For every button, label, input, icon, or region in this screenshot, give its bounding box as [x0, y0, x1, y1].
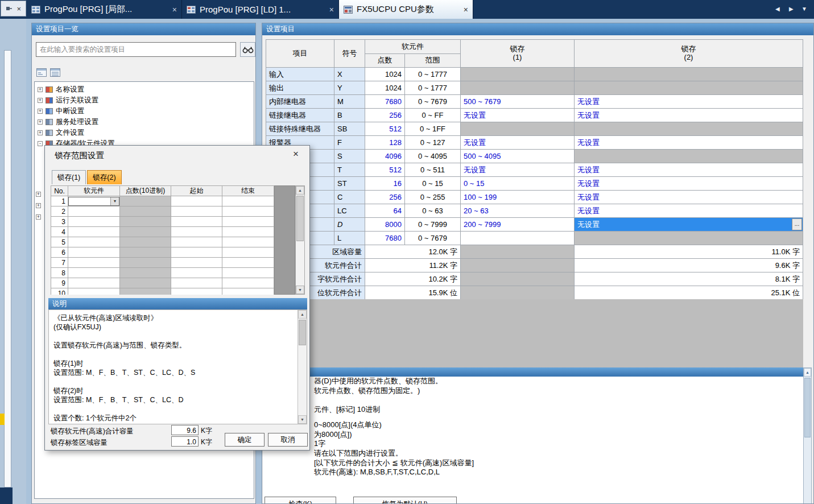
device-points[interactable]: 8000: [365, 218, 405, 232]
device-points[interactable]: 512: [365, 122, 405, 136]
latch-cell-selected[interactable]: 无设置...: [575, 218, 803, 232]
tree-expander-icon[interactable]: +: [36, 214, 41, 220]
latch-cell[interactable]: 200 ~ 7999: [461, 218, 575, 232]
grid-end-cell[interactable]: [222, 206, 274, 217]
scroll-thumb[interactable]: [299, 320, 306, 345]
combo-dropdown-icon[interactable]: ▾: [110, 197, 119, 205]
grid-device-cell[interactable]: [68, 268, 120, 278]
grid-start-cell[interactable]: [171, 196, 222, 206]
tree-expander-icon[interactable]: +: [38, 87, 43, 92]
tab-close-icon[interactable]: ×: [329, 5, 334, 14]
panel-close-icon[interactable]: ×: [17, 5, 22, 13]
pin-icon[interactable]: [6, 5, 13, 12]
latch-cell[interactable]: 无设置: [461, 109, 575, 122]
latch-cell[interactable]: 无设置: [575, 191, 803, 204]
latch-cell[interactable]: 100 ~ 199: [461, 191, 575, 204]
tree-expander-icon[interactable]: +: [38, 109, 43, 114]
device-points[interactable]: 16: [365, 177, 405, 191]
latch-cell[interactable]: 500 ~ 4095: [461, 150, 575, 163]
device-points[interactable]: 64: [365, 204, 405, 218]
grid-device-cell[interactable]: [68, 237, 120, 247]
tree-item[interactable]: +文件设置: [35, 127, 254, 138]
grid-device-cell[interactable]: ▾: [68, 196, 120, 206]
dialog-close-icon[interactable]: ×: [289, 148, 303, 160]
browse-button[interactable]: ...: [792, 218, 802, 230]
tab-scroll-left-icon[interactable]: ◀: [775, 6, 780, 12]
device-combobox[interactable]: ▾: [68, 197, 119, 206]
list-view-toggle-button[interactable]: [49, 67, 61, 78]
tree-expander-icon[interactable]: -: [38, 141, 43, 146]
latch-cell[interactable]: 无设置: [575, 95, 803, 109]
device-points[interactable]: 256: [365, 109, 405, 122]
description-scrollbar[interactable]: ▲: [803, 367, 812, 504]
tree-item[interactable]: +名称设置: [35, 84, 254, 95]
grid-device-cell[interactable]: [68, 258, 120, 268]
device-points[interactable]: 7680: [365, 95, 405, 109]
tree-view-toggle-button[interactable]: [35, 67, 48, 78]
grid-end-cell[interactable]: [222, 217, 274, 227]
latch-cell[interactable]: 0 ~ 15: [461, 177, 575, 191]
latch-cell[interactable]: 500 ~ 7679: [461, 95, 575, 109]
grid-end-cell[interactable]: [222, 288, 274, 295]
cancel-button[interactable]: 取消: [268, 433, 308, 447]
scroll-up-icon[interactable]: ▲: [298, 310, 307, 319]
device-points[interactable]: 1024: [365, 81, 405, 95]
grid-end-cell[interactable]: [222, 268, 274, 278]
grid-end-cell[interactable]: [222, 227, 274, 237]
grid-start-cell[interactable]: [171, 237, 222, 247]
tab-cpu-parameter[interactable]: FX5UCPU CPU参数 ×: [339, 0, 473, 19]
grid-device-cell[interactable]: [68, 288, 120, 295]
latch-cell[interactable]: 无设置: [575, 163, 803, 177]
grid-device-cell[interactable]: [68, 206, 120, 217]
collapsed-panel-edge[interactable]: [4, 50, 11, 488]
grid-end-cell[interactable]: [222, 237, 274, 247]
scroll-down-icon[interactable]: ▼: [296, 286, 304, 294]
grid-start-cell[interactable]: [171, 258, 222, 268]
tree-expander-icon[interactable]: +: [38, 119, 43, 125]
tree-item[interactable]: +运行关联设置: [35, 95, 254, 106]
latch-cell[interactable]: [461, 232, 575, 245]
tree-expander-icon[interactable]: +: [38, 130, 43, 135]
grid-end-cell[interactable]: [222, 196, 274, 206]
tab-close-icon[interactable]: ×: [172, 5, 177, 14]
grid-start-cell[interactable]: [171, 247, 222, 258]
device-points[interactable]: 1024: [365, 68, 405, 81]
latch-cell[interactable]: 无设置: [575, 136, 803, 150]
restore-default-button[interactable]: 恢复为默认(U): [353, 497, 457, 504]
tab-latch2[interactable]: 锁存(2): [87, 170, 121, 184]
device-points[interactable]: 128: [365, 136, 405, 150]
grid-device-cell[interactable]: [68, 247, 120, 258]
tab-progpou-ld[interactable]: ProgPou [PRG] [LD] 1... ×: [182, 0, 339, 19]
tab-scroll-right-icon[interactable]: ▶: [789, 6, 794, 12]
grid-scrollbar[interactable]: ▲ ▼: [295, 185, 305, 295]
device-points[interactable]: 4096: [365, 150, 405, 163]
tree-expander-icon[interactable]: +: [36, 203, 41, 208]
search-button[interactable]: [240, 42, 255, 57]
device-points[interactable]: 7680: [365, 232, 405, 245]
grid-device-cell[interactable]: [68, 278, 120, 288]
grid-end-cell[interactable]: [222, 258, 274, 268]
grid-start-cell[interactable]: [171, 217, 222, 227]
latch-cell[interactable]: 无设置: [461, 163, 575, 177]
tab-close-icon[interactable]: ×: [464, 5, 468, 14]
latch-cell[interactable]: 无设置: [575, 109, 803, 122]
grid-device-cell[interactable]: [68, 227, 120, 237]
search-input[interactable]: [36, 42, 236, 57]
tab-latch1[interactable]: 锁存(1): [52, 170, 86, 184]
tab-list-dropdown-icon[interactable]: ▼: [801, 6, 807, 12]
device-points[interactable]: 512: [365, 163, 405, 177]
tree-item[interactable]: +中断设置: [35, 106, 254, 117]
latch-cell[interactable]: 无设置: [575, 204, 803, 218]
tree-expander-icon[interactable]: +: [36, 192, 41, 197]
grid-start-cell[interactable]: [171, 288, 222, 295]
tab-progpou-local[interactable]: ProgPou [PRG] [局部... ×: [27, 0, 182, 19]
grid-start-cell[interactable]: [171, 268, 222, 278]
grid-start-cell[interactable]: [171, 278, 222, 288]
ok-button[interactable]: 确定: [225, 433, 265, 447]
grid-start-cell[interactable]: [171, 206, 222, 217]
latch-cell[interactable]: 无设置: [575, 177, 803, 191]
scroll-thumb[interactable]: [296, 196, 304, 241]
grid-end-cell[interactable]: [222, 278, 274, 288]
scroll-up-icon[interactable]: ▲: [296, 186, 304, 195]
check-button[interactable]: 检查(K): [265, 497, 336, 504]
